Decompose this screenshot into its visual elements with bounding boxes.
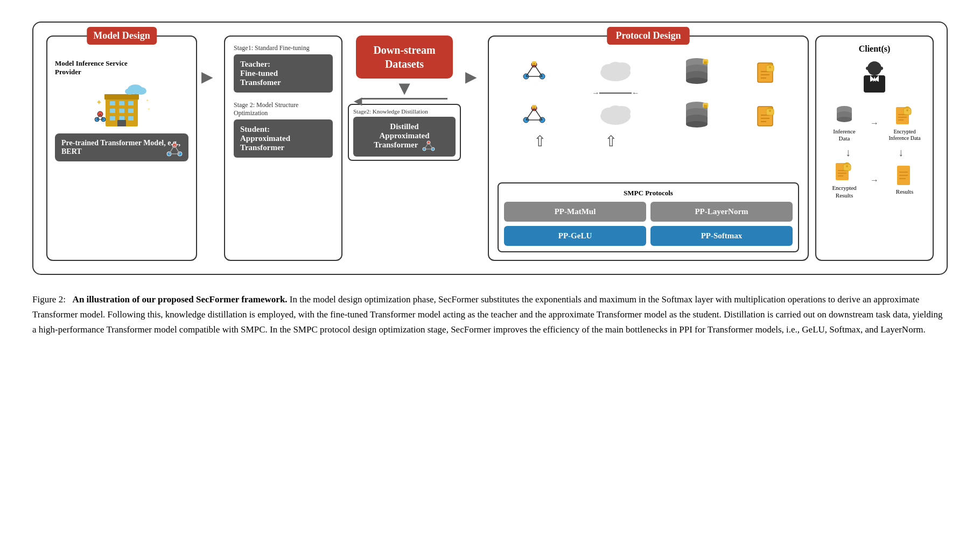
svg-rect-11: [117, 120, 126, 126]
building-icon: ✦ + +: [89, 81, 154, 129]
svg-point-91: [769, 110, 771, 112]
db-stack-mid: [683, 98, 710, 130]
svg-rect-2: [110, 101, 115, 105]
svg-text:+: +: [146, 97, 149, 103]
encrypted-results-doc-icon: [835, 161, 854, 182]
protocol-design-section: Protocol Design Protocol Design: [488, 36, 809, 261]
arrow-results: →: [870, 175, 879, 185]
svg-line-39: [526, 65, 534, 76]
network-cluster-mid-svg: [521, 104, 548, 128]
pp-softmax-btn: PP-Softmax: [650, 226, 793, 246]
svg-text:✦: ✦: [96, 98, 102, 107]
network-cluster-top: [521, 60, 548, 84]
center-section: Down-streamDatasets ▼ ◀ Stage2: Knowledg…: [348, 36, 461, 261]
pp-matmul-btn: PP-MatMul: [504, 202, 646, 222]
results-block: Results: [882, 165, 927, 195]
svg-rect-43: [533, 63, 535, 65]
protocol-top-row: [498, 55, 799, 87]
svg-point-63: [769, 66, 771, 68]
svg-point-94: [880, 67, 883, 70]
svg-rect-10: [128, 116, 134, 121]
svg-rect-4: [128, 101, 134, 105]
client-title: Client(s): [859, 44, 891, 54]
encrypted-results-block: EncryptedResults: [822, 161, 867, 199]
stage1-group: Stage1: Standard Fine-tuning Teacher:Fin…: [234, 44, 333, 93]
node-cluster-mid: [521, 104, 548, 130]
results-doc-icon: [895, 165, 914, 186]
flow-row-1: InferenceData → EncryptedInference Data: [822, 104, 927, 142]
pretrained-box: Pre-trained Transformer Model, e.g., BER…: [55, 133, 188, 161]
svg-point-54: [686, 77, 708, 84]
arrow-center-to-protocol: ▶: [463, 68, 479, 86]
distilled-network-icon: [422, 140, 435, 151]
cloud-mid-svg: [594, 101, 637, 128]
model-design-section: Model Design Model Inference ServiceProv…: [46, 36, 197, 261]
cloud-top-svg: [594, 58, 637, 84]
network-icon: [165, 142, 184, 158]
stage2-group: Stage 2: Model Structure Optimization St…: [234, 101, 333, 158]
svg-rect-8: [110, 116, 115, 121]
svg-text:+: +: [148, 107, 150, 111]
protocol-arrows-row1: → ←: [498, 89, 799, 97]
arrow-downstream-down: ▼: [395, 79, 414, 98]
smpc-inner-box: SMPC Protocols PP-MatMul PP-LayerNorm PP…: [498, 182, 799, 252]
arrow-inference: →: [870, 118, 879, 128]
flow-row-2: EncryptedResults → Results: [822, 161, 927, 199]
inference-data-block: InferenceData: [822, 104, 867, 142]
svg-line-34: [429, 143, 433, 149]
provider-label: Model Inference ServiceProvider: [55, 59, 188, 76]
distilled-stage-label: Stage2: Knowledge Distillation: [353, 108, 456, 115]
protocol-design-header-text: Protocol Design: [607, 27, 689, 45]
arrow-model-to-stages: ▶: [199, 68, 215, 86]
svg-point-75: [609, 105, 622, 114]
model-design-header: Model Design: [87, 27, 157, 45]
client-section: Client(s): [815, 36, 934, 261]
stages-section: Stage1: Standard Fine-tuning Teacher:Fin…: [224, 36, 342, 261]
caption-figure-num: Figure 2:: [32, 294, 66, 305]
encrypted-inference-block: EncryptedInference Data: [882, 105, 927, 141]
svg-point-47: [609, 62, 622, 70]
svg-point-103: [837, 117, 852, 122]
protocol-mid-row: [498, 98, 799, 130]
inference-db-icon: [835, 104, 854, 126]
stage2-label: Stage 2: Model Structure Optimization: [234, 101, 333, 117]
svg-line-67: [526, 108, 534, 120]
svg-point-109: [906, 109, 908, 111]
svg-point-93: [866, 67, 869, 70]
svg-line-40: [534, 65, 542, 76]
svg-rect-5: [110, 109, 115, 113]
svg-rect-9: [119, 116, 124, 121]
up-arrows-row: ⇧ ⇧: [498, 132, 799, 150]
downstream-box: Down-streamDatasets: [356, 36, 453, 79]
encrypted-inference-doc-icon: [895, 105, 914, 126]
lock-doc-top: [757, 60, 776, 87]
svg-point-92: [867, 61, 881, 75]
lock-doc-mid: [757, 103, 776, 130]
caption: Figure 2: An illustration of our propose…: [32, 292, 948, 337]
caption-bold-part: An illustration of our proposed SecForme…: [73, 294, 288, 305]
stage1-label: Stage1: Standard Fine-tuning: [234, 44, 333, 52]
svg-rect-6: [119, 109, 124, 113]
svg-rect-71: [533, 107, 535, 109]
svg-line-33: [424, 143, 429, 149]
smpc-buttons: PP-MatMul PP-LayerNorm PP-GeLU PP-Softma…: [504, 202, 793, 246]
arrow-downstream-left: ◀: [361, 98, 447, 100]
svg-point-13: [136, 87, 146, 95]
svg-rect-7: [128, 109, 134, 113]
results-label: Results: [882, 188, 927, 195]
pp-gelu-btn: PP-GeLU: [504, 226, 646, 246]
pp-layernorm-btn: PP-LayerNorm: [650, 202, 793, 222]
distilled-outer-box: Stage2: Knowledge Distillation Distilled…: [348, 104, 461, 161]
svg-rect-84: [704, 105, 707, 108]
svg-point-14: [125, 88, 135, 95]
figure-container: Model Design Model Inference ServiceProv…: [32, 22, 948, 275]
db-stack-top: [683, 55, 710, 87]
db-stack-mid-svg: [683, 98, 710, 128]
svg-line-68: [534, 108, 542, 120]
smpc-label: SMPC Protocols: [504, 189, 793, 197]
encrypted-inference-label: EncryptedInference Data: [882, 129, 927, 141]
svg-line-27: [169, 145, 174, 154]
node-cluster-top: [521, 60, 548, 87]
svg-rect-3: [119, 101, 124, 105]
cloud-mid: [594, 101, 637, 130]
